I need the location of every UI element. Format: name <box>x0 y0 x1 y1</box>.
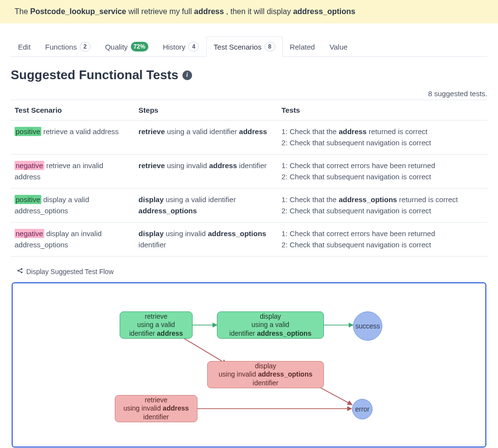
scenarios-count-badge: 8 <box>265 42 275 52</box>
flow-node-retrieve-invalid[interactable]: retrieveusing invalid addressidentifier <box>115 395 197 422</box>
tab-quality[interactable]: Quality72% <box>98 36 156 57</box>
quality-pct-badge: 72% <box>131 42 148 52</box>
col-steps: Steps <box>135 100 278 121</box>
table-row: positive display a valid address_options… <box>11 189 487 223</box>
table-row: negative retrieve an invalid addressretr… <box>11 155 487 189</box>
flow-node-display-valid[interactable]: displayusing a valididentifier address_o… <box>217 311 324 339</box>
tab-edit[interactable]: Edit <box>11 37 38 56</box>
table-row: positive retrieve a valid addressretriev… <box>11 121 487 155</box>
functions-count-badge: 2 <box>80 42 90 52</box>
tab-history[interactable]: History4 <box>156 36 207 57</box>
section-title: Suggested Functional Tests i <box>11 68 487 83</box>
display-flow-toggle[interactable]: Display Suggested Test Flow <box>17 267 481 276</box>
col-tests: Tests <box>278 100 487 121</box>
scenario-tag: negative <box>15 161 44 170</box>
flow-node-display-invalid[interactable]: displayusing invalid address_optionsiden… <box>207 361 324 388</box>
history-count-badge: 4 <box>188 42 199 52</box>
tab-bar: Edit Functions2 Quality72% History4 Test… <box>11 36 487 57</box>
scenario-tag: positive <box>15 127 41 136</box>
col-scenario: Test Scenario <box>11 100 135 121</box>
tab-functions[interactable]: Functions2 <box>38 36 98 57</box>
tab-value[interactable]: Value <box>322 37 355 56</box>
flow-node-error[interactable]: error <box>352 399 373 419</box>
sentence-banner: The Postcode_lookup_service will retriev… <box>0 0 498 23</box>
summary-count: 8 suggested tests. <box>11 87 487 100</box>
flow-node-retrieve-valid[interactable]: retrieveusing a valididentifier address <box>120 311 193 339</box>
flow-node-success[interactable]: success <box>353 311 382 341</box>
scenario-tag: negative <box>15 229 44 238</box>
svg-line-5 <box>183 338 227 364</box>
tests-table: Test Scenario Steps Tests positive retri… <box>11 100 487 257</box>
tab-related[interactable]: Related <box>283 37 322 56</box>
flow-canvas: retrieveusing a valididentifier address … <box>12 282 486 448</box>
table-row: negative display an invalid address_opti… <box>11 223 487 257</box>
tab-test-scenarios[interactable]: Test Scenarios8 <box>206 36 282 57</box>
info-icon[interactable]: i <box>182 70 192 80</box>
scenario-tag: positive <box>15 195 41 204</box>
share-icon <box>17 267 23 276</box>
